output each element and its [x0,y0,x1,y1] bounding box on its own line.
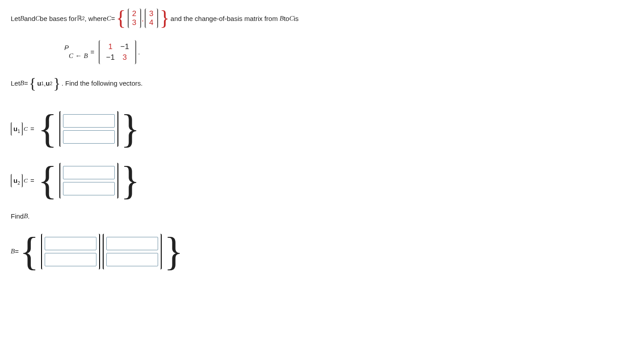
u2c-input-1[interactable] [63,166,115,179]
text: is [294,15,299,22]
sub-C: C [69,52,73,59]
u2c-vector [59,163,118,199]
change-of-basis-matrix: P C ← B = 1 −1 −1 3 . [64,40,625,64]
sub-B: B [84,52,88,59]
u1c-input-1[interactable] [63,114,115,128]
text: , where [84,15,106,22]
u2c-input-2[interactable] [63,182,115,195]
left-brace: { [28,76,37,91]
arrow: ← [73,52,84,59]
b1-input-2[interactable] [45,253,96,266]
b1-input-1[interactable] [45,237,96,250]
vector-c2: 3 4 [145,8,158,29]
text: . Find the following vectors. [62,79,143,87]
text: and the change-of-basis matrix from [171,15,278,22]
right-brace: } [159,8,171,29]
u1-coord-row: u1 C = { } [11,109,625,149]
basis-B: B [24,212,28,220]
u1: u [37,79,41,87]
period: . [28,212,29,220]
matrix-P: 1 −1 −1 3 [99,40,136,64]
B-vector-1 [41,234,100,269]
right-brace: } [52,76,61,91]
equals: = [15,248,19,255]
text: Let [11,79,20,87]
right-brace: } [163,232,184,272]
u2: u [46,79,50,87]
equals: = [30,177,34,184]
sub-C: C [24,177,28,184]
B-vector-2 [103,234,162,269]
text: Find [11,212,24,220]
text: to [284,15,289,22]
u1c-vector [59,111,118,147]
left-brace: { [115,8,126,29]
right-brace: } [120,109,141,149]
text: and [24,15,35,22]
left-brace: { [19,232,40,272]
basis-B: B [20,15,24,22]
B-answer-row: B = { } [11,232,625,272]
text: be bases for [40,15,77,22]
basis-C: C [35,15,40,22]
basis-B: B [20,79,24,87]
b2-input-1[interactable] [106,237,158,250]
P-symbol: P [64,44,69,51]
real-symbol: ℝ [77,14,82,22]
period: . [138,48,140,56]
basis-C: C [289,15,294,22]
u1-coord-label: u1 [11,122,23,136]
sub-C: C [24,125,28,132]
equals: = [24,79,28,87]
equals: = [111,15,115,22]
left-brace: { [37,109,58,149]
equals: = [91,48,95,56]
basis-B: B [280,15,284,22]
equals: = [30,125,34,132]
basis-B: B [11,248,15,255]
let-B-line: Let B = { u1 , u2 } . Find the following… [11,76,625,91]
right-brace: } [120,161,141,201]
left-brace: { [37,161,58,201]
b2-input-2[interactable] [106,253,158,266]
text: Let [11,15,20,22]
vector-c1: 2 3 [128,8,141,29]
basis-C: C [107,15,111,22]
find-B-line: Find B . [11,212,625,220]
u2-coord-row: u2 C = { } [11,161,625,201]
comma: , [142,15,144,22]
u2-coord-label: u2 [11,174,23,187]
problem-line-1: Let B and C be bases for ℝ2 , where C = … [11,8,625,29]
u1c-input-2[interactable] [63,130,115,144]
